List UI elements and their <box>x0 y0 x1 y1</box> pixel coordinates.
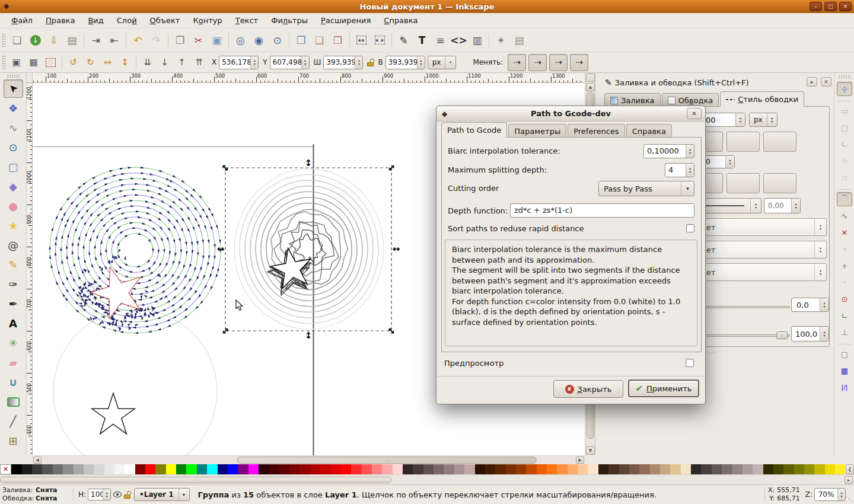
snap-grid-icon[interactable]: ▦ <box>837 363 852 378</box>
selection-handle-e[interactable]: ↔ <box>391 244 401 254</box>
zoom-tool[interactable]: ⊙ <box>4 138 23 157</box>
palette-swatch-24[interactable] <box>248 464 259 474</box>
palette-swatch-80[interactable] <box>825 464 835 474</box>
ungroup-objects-icon[interactable]: ▪ ▪ <box>371 31 389 49</box>
palette-swatch-8[interactable] <box>84 464 94 474</box>
tab-stroke-style[interactable]: Стиль обводки <box>720 91 804 107</box>
palette-swatch-33[interactable] <box>341 464 351 474</box>
palette-swatch-31[interactable] <box>320 464 330 474</box>
stroke-width-unit-select[interactable]: px▴▾ <box>749 113 777 127</box>
layer-lock-icon[interactable] <box>124 491 130 499</box>
palette-swatch-38[interactable] <box>393 464 403 474</box>
text-and-font-dialog-icon[interactable]: T <box>413 31 431 49</box>
menu-text[interactable]: Текст <box>229 14 265 27</box>
palette-swatch-4[interactable] <box>42 464 52 474</box>
menu-file[interactable]: Файл <box>5 14 39 27</box>
pencil-tool[interactable]: ✎ <box>4 256 23 274</box>
palette-swatch-48[interactable] <box>495 464 505 474</box>
scroll-left-button[interactable]: ◀ <box>33 457 42 464</box>
palette-swatch-50[interactable] <box>516 464 526 474</box>
palette-swatch-60[interactable] <box>619 464 629 474</box>
palette-swatch-35[interactable] <box>362 464 372 474</box>
snap-guides-icon[interactable]: |/| <box>837 380 852 394</box>
opacity-status-input[interactable]: 100▴▾ <box>88 489 111 500</box>
toolbox-grip[interactable] <box>7 74 20 78</box>
paste-icon[interactable]: ▣ <box>208 31 226 49</box>
maximize-button[interactable]: ▢ <box>824 2 837 11</box>
palette-swatch-6[interactable] <box>63 464 73 474</box>
paint-bucket-tool[interactable]: ∪ <box>4 373 23 391</box>
cutting-order-select[interactable]: Pass by Pass▾ <box>598 181 694 196</box>
import-icon[interactable]: ⇥ <box>87 31 105 49</box>
fill-indicator-value[interactable]: Снята <box>36 486 58 495</box>
palette-swatch-64[interactable] <box>660 464 670 474</box>
menu-extensions[interactable]: Расширения <box>314 14 377 27</box>
palette-swatch-29[interactable] <box>299 464 310 474</box>
snap-path-intersections-icon[interactable]: ✕ <box>837 225 852 240</box>
menu-path[interactable]: Контур <box>186 14 228 27</box>
palette-swatch-10[interactable] <box>104 464 114 474</box>
palette-menu-button[interactable]: ❮ <box>846 464 854 474</box>
apply-button[interactable]: ✔Применить <box>628 379 699 397</box>
width-input[interactable]: 393,939▴▾ <box>323 56 363 69</box>
palette-swatch-45[interactable] <box>464 464 474 474</box>
snapbar-grip[interactable] <box>838 75 851 78</box>
affect-patterns-button[interactable]: ⇢ <box>570 54 588 71</box>
height-input[interactable]: 393,939▴▾ <box>385 56 425 69</box>
palette-none[interactable]: ✕ <box>0 464 11 474</box>
redo-icon[interactable]: ↷ <box>147 31 165 49</box>
palette-swatch-71[interactable] <box>732 464 743 474</box>
palette-swatch-56[interactable] <box>578 464 588 474</box>
palette-swatch-2[interactable] <box>22 464 32 474</box>
palette-swatch-13[interactable] <box>135 464 145 474</box>
palette-swatch-11[interactable] <box>114 464 125 474</box>
opacity-slider-handle[interactable]: || <box>776 331 788 339</box>
blur-input[interactable]: 0,0 ▴▾ <box>791 298 829 312</box>
palette-swatch-77[interactable] <box>794 464 804 474</box>
unit-select[interactable]: px▾ <box>428 56 457 69</box>
join-round-button[interactable] <box>726 132 760 152</box>
spray-tool[interactable]: ✳ <box>4 334 23 352</box>
palette-swatch-43[interactable] <box>444 464 454 474</box>
palette-swatch-26[interactable] <box>269 464 279 474</box>
palette-swatch-18[interactable] <box>186 464 196 474</box>
palette-swatch-9[interactable] <box>94 464 104 474</box>
star-tool[interactable]: ★ <box>4 216 23 235</box>
palette-swatch-1[interactable] <box>11 464 21 474</box>
cut-icon[interactable]: ✂ <box>189 31 208 49</box>
selector-tool[interactable]: ➤ <box>4 79 23 98</box>
depth-function-input[interactable]: zd*c + zs*(1-c) <box>510 203 694 218</box>
dialog-tab-3[interactable]: Справка <box>626 124 672 138</box>
sort-paths-checkbox[interactable] <box>686 224 694 232</box>
palette-swatch-34[interactable] <box>351 464 361 474</box>
node-tool[interactable]: ❖ <box>4 99 23 117</box>
dialog-tab-0[interactable]: Path to Gcode <box>441 122 507 138</box>
palette-swatch-78[interactable] <box>804 464 814 474</box>
undo-icon[interactable]: ↶ <box>129 31 147 49</box>
palette-swatch-7[interactable] <box>74 464 84 474</box>
tab-stroke-paint[interactable]: Обводка <box>662 93 719 107</box>
dropper-tool[interactable]: ╱ <box>4 412 23 430</box>
palette-swatch-12[interactable] <box>125 464 135 474</box>
snap-enabled-icon[interactable]: ⊹ <box>837 82 852 96</box>
export-icon[interactable]: ⇤ <box>105 31 123 49</box>
palette-swatch-37[interactable] <box>382 464 392 474</box>
scroll-corner-button[interactable] <box>586 74 595 82</box>
snap-paths-icon[interactable]: ∿ <box>837 209 852 223</box>
open-document-icon[interactable]: ↓ <box>26 31 44 49</box>
spiral-tool[interactable]: @ <box>4 236 23 254</box>
palette-swatch-22[interactable] <box>228 464 238 474</box>
palette-swatch-36[interactable] <box>372 464 382 474</box>
lock-ratio-icon[interactable] <box>367 59 374 66</box>
palette-swatch-65[interactable] <box>670 464 680 474</box>
deselect-icon[interactable]: ◌ <box>42 54 59 71</box>
palette-swatch-79[interactable] <box>814 464 824 474</box>
snap-bbox-edges-icon[interactable]: ▢ <box>837 120 852 135</box>
snap-nodes-icon[interactable]: ⌒ <box>837 192 852 206</box>
horizontal-scroll-thumb[interactable]: ⋯ <box>237 457 537 464</box>
palette-swatch-40[interactable] <box>413 464 423 474</box>
toolbar-grip[interactable] <box>2 55 6 69</box>
save-document-icon[interactable]: ⇩ <box>44 31 63 49</box>
copy-icon[interactable]: ❐ <box>171 31 189 49</box>
palette-swatch-5[interactable] <box>53 464 63 474</box>
